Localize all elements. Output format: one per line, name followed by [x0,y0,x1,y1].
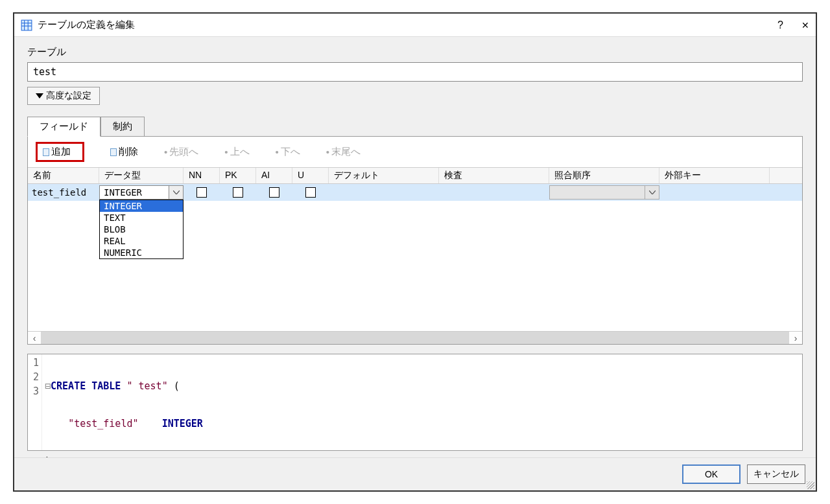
sql-code[interactable]: ⊟CREATE TABLE " test" ( "test_field" INT… [42,354,206,450]
col-collation[interactable]: 照合順序 [549,168,659,183]
sql-line-1: ⊟CREATE TABLE " test" ( [45,379,203,393]
table-row[interactable]: test_field INTEGER INTEGER [28,184,802,201]
scroll-right-icon[interactable]: › [789,332,802,345]
col-name[interactable]: 名前 [28,168,99,183]
remove-field-button[interactable]: 削除 [110,146,138,158]
tab-fields[interactable]: フィールド [27,117,101,137]
resize-grip-icon[interactable] [807,481,814,489]
close-button[interactable]: ✕ [801,20,809,30]
grid-body: test_field INTEGER INTEGER [28,184,802,331]
fields-panel: 追加 削除 •先頭へ •上へ •下へ •末尾へ 名前 データ型 NN [27,136,803,345]
col-u[interactable]: U [292,168,329,183]
col-ai[interactable]: AI [256,168,292,183]
option-integer[interactable]: INTEGER [100,200,183,212]
u-checkbox[interactable] [305,187,316,198]
pk-checkbox[interactable] [233,187,243,198]
col-datatype[interactable]: データ型 [99,168,184,183]
cancel-button[interactable]: キャンセル [747,464,805,484]
move-up-button[interactable]: •上へ [224,146,249,158]
fields-grid: 名前 データ型 NN PK AI U デフォルト 検査 照合順序 外部キー te… [28,167,802,344]
sql-preview: 1 2 3 ⊟CREATE TABLE " test" ( "test_fiel… [27,354,803,451]
dialog-title: テーブルの定義を編集 [38,19,135,31]
default-cell[interactable] [329,184,439,201]
option-numeric[interactable]: NUMERIC [100,247,183,258]
svg-rect-0 [21,20,32,30]
fold-icon[interactable]: ⊟ [45,380,51,392]
remove-label: 削除 [119,146,138,158]
field-type-cell[interactable]: INTEGER INTEGER TEXT BLOB REAL [99,184,184,201]
col-pk[interactable]: PK [220,168,256,183]
fields-toolbar: 追加 削除 •先頭へ •上へ •下へ •末尾へ [28,137,802,167]
scroll-left-icon[interactable]: ‹ [28,332,41,345]
datatype-value: INTEGER [104,187,142,198]
option-blob[interactable]: BLOB [100,223,183,235]
tabs: フィールド 制約 [27,117,803,136]
check-cell[interactable] [439,184,549,201]
collation-combo[interactable] [549,185,659,200]
grid-header: 名前 データ型 NN PK AI U デフォルト 検査 照合順序 外部キー [28,168,802,184]
chevron-down-icon [36,93,43,98]
chevron-down-icon[interactable] [645,186,659,199]
datatype-combo[interactable]: INTEGER [99,185,184,200]
option-text[interactable]: TEXT [100,212,183,223]
edit-table-dialog: テーブルの定義を編集 ? ✕ テーブル 高度な設定 フィールド 制約 [13,12,817,492]
option-real[interactable]: REAL [100,235,183,247]
horizontal-scrollbar[interactable]: ‹ › [28,331,802,344]
scroll-track[interactable] [41,332,789,344]
titlebar: テーブルの定義を編集 ? ✕ [14,14,816,37]
nn-checkbox[interactable] [196,187,207,198]
col-foreign[interactable]: 外部キー [659,168,770,183]
remove-icon [110,148,117,156]
table-name-input[interactable] [27,62,803,82]
line-gutter: 1 2 3 [28,354,42,450]
table-icon [21,19,32,31]
chevron-down-icon[interactable] [169,186,183,199]
move-down-button[interactable]: •下へ [276,146,300,158]
dialog-footer: OK キャンセル [14,457,816,490]
field-name-cell[interactable]: test_field [28,184,99,201]
tab-constraints[interactable]: 制約 [101,117,145,136]
advanced-settings-label: 高度な設定 [46,90,91,102]
col-default[interactable]: デフォルト [329,168,439,183]
add-icon [43,148,49,156]
datatype-dropdown[interactable]: INTEGER TEXT BLOB REAL NUMERIC [99,200,184,259]
ok-button[interactable]: OK [682,464,741,484]
help-button[interactable]: ? [777,19,783,31]
col-check[interactable]: 検査 [439,168,549,183]
foreign-cell[interactable] [659,184,770,201]
add-field-button[interactable]: 追加 [36,142,84,162]
advanced-settings-button[interactable]: 高度な設定 [27,87,100,105]
col-nn[interactable]: NN [184,168,220,183]
add-label: 追加 [51,146,71,158]
table-section-label: テーブル [27,46,803,58]
sql-line-2: "test_field" INTEGER [45,417,203,431]
ai-checkbox[interactable] [269,187,279,198]
move-top-button[interactable]: •先頭へ [164,146,198,158]
move-bottom-button[interactable]: •末尾へ [326,146,361,158]
